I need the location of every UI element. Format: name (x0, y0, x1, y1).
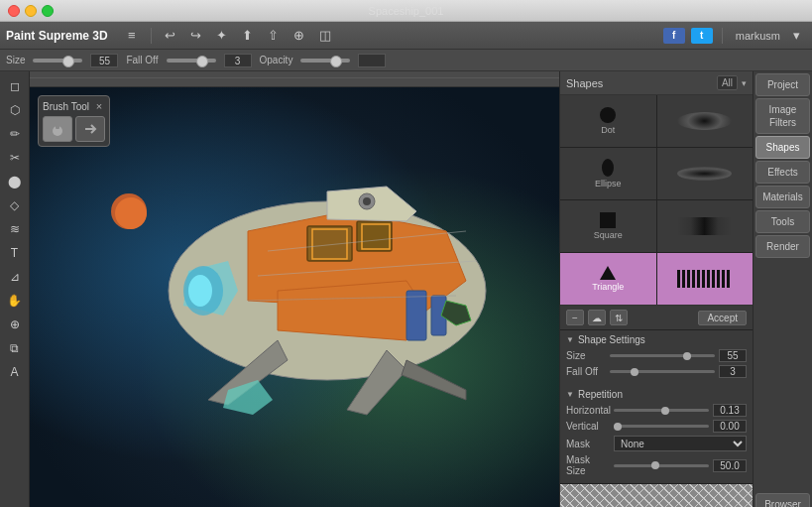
window-title: Spaceship_001 (369, 5, 444, 17)
snap-icon[interactable]: ⊕ (290, 26, 309, 46)
mask-select[interactable]: None (614, 436, 747, 451)
camera-icon[interactable]: ◫ (315, 26, 335, 46)
horizontal-slider[interactable] (614, 409, 709, 412)
shapes-dropdown-icon[interactable]: ▾ (742, 78, 747, 88)
shapes-minus-btn[interactable]: − (566, 310, 584, 325)
separator (151, 28, 152, 44)
size-setting-input[interactable]: 55 (719, 349, 747, 362)
shape-triangle-icon[interactable]: Triangle (560, 253, 656, 305)
shape-settings-header[interactable]: ▼ Shape Settings (566, 334, 747, 345)
zoom-tool[interactable]: ⊕ (4, 314, 26, 335)
left-toolbar: ◻ ⬡ ✏ ✂ ⬤ ◇ ≋ T ⊿ ✋ ⊕ ⧉ A (0, 71, 30, 507)
fullscreen-button[interactable] (42, 5, 54, 17)
facebook-icon[interactable]: f (663, 28, 685, 44)
falloff-setting-slider[interactable] (610, 370, 715, 373)
separator2 (722, 28, 723, 44)
size-setting-row: Size 55 (566, 349, 747, 362)
shape-square-icon[interactable]: Square (560, 200, 656, 252)
dot-brush-preview (677, 112, 732, 130)
clone-tool[interactable]: ✂ (4, 147, 26, 169)
select-tool[interactable]: ◻ (4, 75, 26, 97)
mask-size-thumb (651, 461, 659, 469)
titlebar: Spaceship_001 (0, 0, 812, 22)
eyedropper-tool[interactable]: ⊿ (4, 266, 26, 288)
opacity-slider[interactable] (300, 59, 350, 63)
tab-tools[interactable]: Tools (755, 210, 810, 233)
size-value[interactable]: 55 (90, 54, 118, 67)
opacity-value[interactable] (358, 54, 386, 67)
horizontal-input[interactable] (713, 404, 747, 417)
shapes-cloud-btn[interactable]: ☁ (588, 310, 606, 325)
user-menu-icon[interactable]: ▾ (786, 26, 806, 46)
close-button[interactable] (8, 5, 20, 17)
shape-settings-title: Shape Settings (578, 334, 645, 345)
smudge-tool[interactable]: ≋ (4, 218, 26, 240)
opacity-label: Opacity (260, 55, 293, 65)
redo-icon[interactable]: ↪ (186, 26, 206, 46)
shape-settings: ▼ Shape Settings Size 55 Fall Off (560, 329, 753, 385)
tab-materials[interactable]: Materials (755, 186, 810, 208)
mask-size-input[interactable] (713, 459, 747, 472)
rotate-icon[interactable]: ⇧ (264, 26, 284, 46)
shape-dot-icon[interactable]: Dot (560, 95, 656, 147)
svg-rect-13 (56, 123, 59, 129)
falloff-setting-input[interactable]: 3 (719, 365, 747, 378)
shapes-controls: − ☁ ⇅ Accept (560, 305, 753, 329)
accept-button[interactable]: Accept (698, 311, 747, 325)
top-toolbar: Paint Supreme 3D ≡ ↩ ↪ ✦ ⬆ ⇧ ⊕ ◫ f t mar… (0, 22, 812, 50)
traffic-lights[interactable] (8, 5, 54, 17)
minimize-button[interactable] (25, 5, 37, 17)
twitter-icon[interactable]: t (691, 28, 713, 44)
repetition-header[interactable]: ▼ Repetition (566, 389, 747, 400)
falloff-slider-thumb (631, 368, 638, 376)
shape-triangle-brush[interactable] (657, 253, 754, 305)
pan-tool[interactable]: ✋ (4, 290, 26, 312)
triangle-brush-preview (677, 270, 732, 288)
tab-shapes[interactable]: Shapes (755, 136, 810, 159)
menu-icon[interactable]: ≡ (122, 26, 142, 46)
horizontal-thumb (661, 407, 669, 415)
triangle-shape-preview (600, 266, 616, 280)
canvas-area[interactable]: Brush Tool × (30, 71, 559, 507)
size-setting-label: Size (566, 350, 606, 361)
paint-icon (50, 121, 65, 137)
text-tool[interactable]: T (4, 242, 26, 264)
brush-tool active[interactable]: ✏ (4, 123, 26, 145)
brush-tool-close[interactable]: × (93, 100, 105, 112)
canvas-content[interactable]: Brush Tool × (30, 87, 559, 507)
shape-ellipse-brush[interactable] (657, 148, 754, 199)
tab-browser[interactable]: Browser (755, 493, 810, 507)
typeface-tool[interactable]: A (4, 361, 26, 383)
size-label: Size (6, 55, 25, 65)
mask-size-slider[interactable] (614, 464, 709, 467)
undo-icon[interactable]: ↩ (161, 26, 180, 46)
eraser-tool[interactable]: ◇ (4, 194, 26, 216)
brush-mode-paint[interactable] (43, 116, 72, 142)
transform-icon[interactable]: ✦ (212, 26, 232, 46)
canvas-with-panels: Brush Tool × (30, 71, 812, 507)
layer-tool[interactable]: ⧉ (4, 337, 26, 359)
vertical-input[interactable] (713, 420, 747, 433)
dot-shape-preview (600, 107, 616, 123)
tab-effects[interactable]: Effects (755, 161, 810, 184)
shape-ellipse-icon[interactable]: Ellipse (560, 148, 656, 199)
shapes-share-btn[interactable]: ⇅ (610, 310, 628, 325)
fill-tool[interactable]: ⬤ (4, 171, 26, 192)
vertical-thumb (614, 423, 622, 431)
tab-render[interactable]: Render (755, 235, 810, 258)
lasso-tool[interactable]: ⬡ (4, 99, 26, 121)
dot-label: Dot (601, 125, 615, 135)
brush-mode-erase[interactable] (75, 116, 105, 142)
move-icon[interactable]: ⬆ (238, 26, 258, 46)
vertical-slider[interactable] (614, 425, 709, 428)
size-slider[interactable] (33, 59, 82, 63)
shapes-filter[interactable]: All (717, 75, 738, 90)
tab-project[interactable]: Project (755, 73, 810, 96)
falloff-slider[interactable] (167, 59, 216, 63)
tab-image-filters[interactable]: Image Filters (755, 98, 810, 134)
shape-dot-brush[interactable] (657, 95, 754, 147)
size-setting-slider[interactable] (610, 354, 715, 357)
shape-square-brush[interactable] (657, 200, 754, 252)
falloff-value[interactable]: 3 (224, 54, 252, 67)
mask-label: Mask (566, 439, 610, 449)
